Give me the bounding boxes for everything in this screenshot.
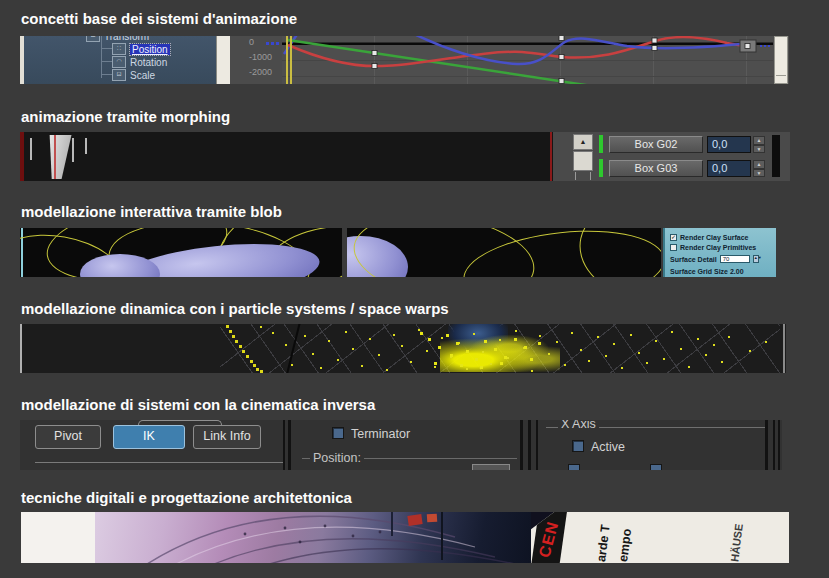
curves-scrollbar bbox=[774, 36, 788, 84]
particle-cluster bbox=[440, 332, 560, 372]
scale-tick-label: -1000 bbox=[249, 52, 272, 62]
morph-target-shape bbox=[46, 135, 72, 179]
tree-item-label: Position bbox=[130, 44, 170, 55]
book-title-text: empo bbox=[616, 513, 636, 562]
book-spine-text: CEN bbox=[536, 519, 563, 559]
viewport-edge-line bbox=[550, 132, 552, 181]
viewport-edge-line bbox=[20, 324, 22, 373]
morph-channel-button: Box G03 bbox=[609, 160, 703, 177]
morph-viewport bbox=[20, 132, 553, 181]
panel-divider bbox=[778, 420, 780, 470]
scroll-track-line bbox=[590, 172, 591, 180]
particles-strip-image[interactable] bbox=[20, 324, 786, 373]
time-slider-line bbox=[286, 36, 288, 84]
panel-divider bbox=[536, 420, 538, 470]
red-roof-element bbox=[407, 514, 422, 526]
tree-item-transform: ⊞ Transform bbox=[86, 36, 149, 42]
key-dots-icon bbox=[266, 42, 269, 45]
tree-item-label: Transform bbox=[104, 36, 149, 42]
terminator-label: Terminator bbox=[351, 427, 410, 441]
grid-size-row: Surface Grid Size 2.00 bbox=[670, 268, 744, 275]
trackview-hierarchy-panel: ⊞ Transform ∷ Position ◠ Rotation ⊡ Scal… bbox=[24, 36, 216, 84]
position-group-label: Position: bbox=[310, 451, 364, 465]
value-spinner: ▲ ▼ bbox=[753, 136, 765, 153]
red-roof-element bbox=[427, 514, 438, 523]
spinner-down-icon: ▼ bbox=[753, 169, 765, 178]
transform-icon: ⊞ bbox=[86, 36, 100, 42]
panel-divider bbox=[765, 420, 768, 470]
book-spine-bar: CEN bbox=[530, 512, 567, 563]
morphing-strip-image[interactable]: ▲ Box G02 0,0 ▲ ▼ Box G03 0,0 ▲ ▼ bbox=[20, 132, 790, 181]
value-spinner: ▲ ▼ bbox=[753, 160, 765, 177]
partial-checkbox bbox=[650, 464, 662, 470]
ik-tab-button: IK bbox=[113, 425, 185, 449]
link-info-tab-button: Link Info bbox=[193, 425, 261, 449]
checkbox-unchecked-icon bbox=[670, 244, 677, 251]
particle-scatter bbox=[260, 326, 262, 328]
scroll-up-button: ▲ bbox=[573, 134, 593, 150]
morph-value-field: 0,0 bbox=[707, 160, 751, 177]
roof-curves bbox=[95, 512, 531, 563]
architecture-photo bbox=[95, 512, 531, 563]
architecture-strip-image[interactable]: CEN arde T empo HÄUSE bbox=[21, 512, 789, 563]
section-title-morphing: animazione tramite morphing bbox=[21, 108, 230, 125]
surface-detail-row: Surface Detail 70 ▲▼ bbox=[670, 255, 759, 263]
time-slider-line bbox=[290, 36, 292, 84]
section-title-architecture: tecniche digitali e progettazione archit… bbox=[21, 489, 352, 506]
particle-scatter bbox=[420, 332, 423, 335]
spinner-up-icon: ▲ bbox=[753, 160, 765, 169]
ik-panel-strip-image[interactable]: Pivot IK Link Info Terminator Position: … bbox=[20, 420, 782, 470]
axis-group-label: X Axis bbox=[558, 420, 599, 431]
scrollbar-thumb bbox=[573, 151, 593, 171]
value-scale-column: 0 -1000 -2000 bbox=[230, 36, 282, 84]
function-curves-area bbox=[282, 36, 773, 84]
panel-divider bbox=[773, 420, 775, 470]
scale-icon: ⊡ bbox=[112, 69, 126, 81]
field-label: Surface Detail bbox=[670, 256, 717, 263]
morph-axis-line bbox=[54, 135, 56, 179]
position-icon: ∷ bbox=[112, 43, 126, 55]
blob-strip-image[interactable]: ✓ Render Clay Surface Render Clay Primit… bbox=[20, 228, 776, 277]
scale-tick-label: -2000 bbox=[249, 67, 272, 77]
active-checkbox bbox=[572, 440, 584, 452]
rotation-icon: ◠ bbox=[112, 56, 126, 68]
groupbox-line bbox=[35, 462, 285, 463]
channel-active-marker bbox=[599, 135, 603, 153]
option-label: Render Clay Primitives bbox=[680, 244, 756, 251]
book-cover: CEN arde T empo HÄUSE bbox=[531, 512, 789, 563]
photo-white-margin bbox=[21, 512, 95, 563]
morph-channel-panel: ▲ Box G02 0,0 ▲ ▼ Box G03 0,0 ▲ ▼ bbox=[553, 132, 790, 181]
render-clay-surface-option: ✓ Render Clay Surface bbox=[670, 234, 748, 241]
tree-connector-line bbox=[101, 36, 102, 78]
viewport-edge-line bbox=[783, 324, 785, 373]
morph-channel-button: Box G02 bbox=[609, 136, 703, 153]
animation-curves bbox=[282, 36, 773, 84]
partial-checkbox bbox=[568, 464, 580, 470]
morph-guide-line bbox=[30, 138, 32, 160]
spinner-down-icon: ▼ bbox=[753, 145, 765, 154]
tree-item-label: Scale bbox=[130, 70, 155, 81]
checkbox-checked-icon: ✓ bbox=[670, 234, 677, 241]
tree-item-label: Rotation bbox=[130, 57, 167, 68]
field-spinner: ▲▼ bbox=[753, 255, 759, 263]
scrollbar-thumb-edge bbox=[776, 75, 786, 76]
tree-item-position: ∷ Position bbox=[112, 43, 170, 55]
scroll-track-line bbox=[575, 172, 576, 180]
section-title-animation-concepts: concetti base dei sistemi d'animazione bbox=[21, 10, 297, 27]
morph-guide-line bbox=[72, 138, 74, 162]
trackview-strip-image[interactable]: ⊞ Transform ∷ Position ◠ Rotation ⊡ Scal… bbox=[20, 36, 789, 84]
hierarchy-scrollbar bbox=[216, 36, 231, 84]
particle-stream bbox=[226, 325, 229, 328]
arrow-up-icon: ▲ bbox=[580, 138, 587, 145]
section-title-blob: modellazione interattiva tramite blob bbox=[21, 203, 282, 220]
panel-divider bbox=[528, 420, 531, 470]
terminator-checkbox bbox=[332, 427, 344, 439]
channel-active-marker bbox=[599, 159, 603, 177]
grid-size-label: Surface Grid Size 2.00 bbox=[670, 268, 744, 275]
spinner-up-icon: ▲ bbox=[753, 136, 765, 145]
panel-divider bbox=[288, 420, 291, 470]
tree-item-scale: ⊡ Scale bbox=[112, 69, 155, 81]
scale-tick-label: 0 bbox=[249, 37, 254, 47]
morph-guide-line bbox=[85, 138, 87, 154]
panel-divider bbox=[520, 420, 523, 470]
